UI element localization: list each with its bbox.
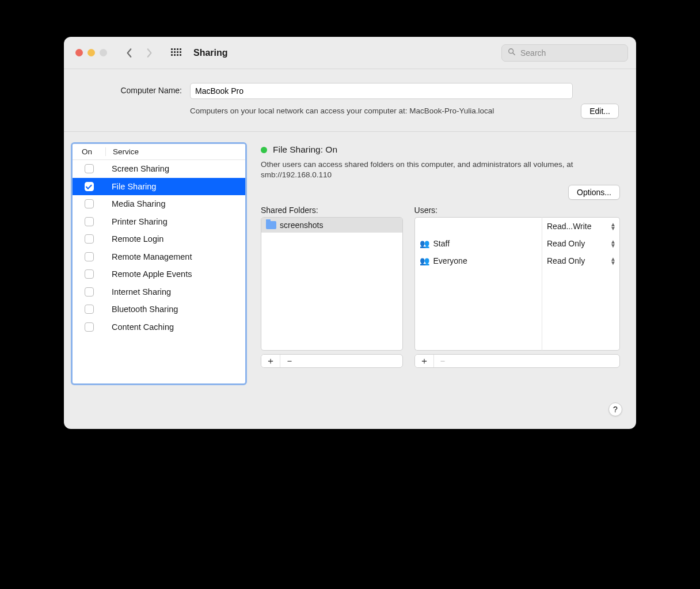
service-name: Internet Sharing — [106, 287, 171, 297]
group-icon: 👥 — [420, 256, 430, 265]
status-text: File Sharing: On — [273, 145, 337, 155]
service-checkbox[interactable] — [85, 305, 94, 314]
service-name: Remote Login — [106, 234, 163, 244]
close-window-button[interactable] — [75, 49, 83, 56]
user-row[interactable] — [415, 218, 542, 235]
service-row[interactable]: Remote Login — [73, 230, 245, 248]
users-label: Users: — [414, 206, 620, 215]
shared-folders-label: Shared Folders: — [261, 206, 403, 215]
computer-name-input[interactable] — [190, 83, 573, 99]
service-name: Content Caching — [106, 322, 174, 332]
search-input[interactable] — [520, 48, 622, 58]
user-row[interactable]: 👥Staff — [415, 235, 542, 252]
service-checkbox[interactable] — [85, 287, 94, 297]
users-list[interactable]: 👥Staff👥Everyone — [414, 217, 542, 351]
shared-folders-list[interactable]: screenshots — [261, 217, 403, 351]
add-user-button[interactable]: ＋ — [415, 355, 433, 367]
service-row[interactable]: Remote Management — [73, 248, 245, 266]
edit-hostname-button[interactable]: Edit... — [581, 104, 619, 119]
permission-value: Read Only — [547, 239, 585, 248]
service-row[interactable]: Media Sharing — [73, 195, 245, 213]
user-name: Everyone — [433, 256, 467, 265]
services-header-service: Service — [106, 147, 139, 156]
search-icon — [508, 48, 516, 58]
computer-name-section: Computer Name: Computers on your local n… — [64, 69, 636, 132]
service-row[interactable]: Content Caching — [73, 318, 245, 336]
service-name: Printer Sharing — [106, 217, 168, 226]
services-list[interactable]: On Service Screen SharingFile SharingMed… — [71, 142, 247, 385]
add-shared-folder-button[interactable]: ＋ — [261, 355, 280, 367]
service-name: Remote Management — [106, 252, 192, 261]
service-checkbox[interactable] — [85, 199, 94, 208]
permission-value: Read Only — [547, 256, 585, 265]
services-header-on: On — [73, 147, 106, 156]
permission-selector[interactable]: Read Only▲▼ — [542, 252, 619, 269]
main-content: On Service Screen SharingFile SharingMed… — [64, 132, 636, 408]
traffic-lights — [75, 49, 107, 56]
search-field[interactable] — [501, 44, 628, 62]
service-detail-pane: File Sharing: On Other users can access … — [261, 142, 620, 385]
minimize-window-button[interactable] — [88, 49, 95, 56]
chevron-up-down-icon: ▲▼ — [610, 222, 616, 230]
computer-name-label: Computer Name: — [81, 83, 182, 95]
forward-button[interactable] — [142, 48, 157, 58]
services-header: On Service — [73, 144, 245, 160]
remove-user-button[interactable]: － — [433, 355, 452, 367]
chevron-up-down-icon: ▲▼ — [610, 257, 616, 265]
permission-value: Read...Write — [547, 222, 592, 231]
service-row[interactable]: Bluetooth Sharing — [73, 301, 245, 318]
service-row[interactable]: Remote Apple Events — [73, 265, 245, 283]
service-name: Bluetooth Sharing — [106, 305, 178, 314]
service-checkbox[interactable] — [85, 269, 94, 279]
permission-selector[interactable]: Read Only▲▼ — [542, 235, 619, 252]
service-checkbox[interactable] — [85, 252, 94, 261]
remove-shared-folder-button[interactable]: － — [280, 355, 298, 367]
shared-folders-column: Shared Folders: screenshots ＋ － — [261, 206, 403, 368]
status-description: Other users can access shared folders on… — [261, 159, 612, 180]
computer-name-description: Computers on your local network can acce… — [190, 104, 573, 116]
svg-line-1 — [513, 53, 515, 55]
service-row[interactable]: Screen Sharing — [73, 160, 245, 178]
status-indicator-icon — [261, 147, 267, 153]
options-button[interactable]: Options... — [568, 185, 620, 200]
help-button[interactable]: ? — [608, 402, 622, 416]
folder-icon — [266, 221, 276, 229]
chevron-up-down-icon: ▲▼ — [610, 240, 616, 248]
service-checkbox[interactable] — [85, 322, 94, 332]
service-checkbox[interactable] — [85, 164, 94, 173]
grid-icon — [171, 48, 180, 58]
user-row[interactable]: 👥Everyone — [415, 252, 542, 269]
service-row[interactable]: Printer Sharing — [73, 213, 245, 231]
show-all-button[interactable] — [168, 45, 183, 60]
shared-folder-name: screenshots — [280, 221, 323, 230]
permissions-list[interactable]: Read...Write▲▼Read Only▲▼Read Only▲▼ — [542, 217, 620, 351]
service-name: File Sharing — [106, 182, 156, 191]
service-row[interactable]: Internet Sharing — [73, 283, 245, 301]
toolbar: Sharing — [64, 37, 636, 69]
service-row[interactable]: File Sharing — [73, 178, 245, 196]
service-checkbox[interactable] — [85, 182, 94, 191]
permission-selector[interactable]: Read...Write▲▼ — [542, 218, 619, 235]
sharing-preferences-window: Sharing Computer Name: Computers on your… — [64, 37, 636, 429]
user-name: Staff — [433, 239, 450, 248]
service-checkbox[interactable] — [85, 234, 94, 244]
users-add-remove: ＋ － — [414, 354, 620, 368]
service-checkbox[interactable] — [85, 217, 94, 226]
users-column: Users: 👥Staff👥Everyone Read...Write▲▼Rea… — [414, 206, 620, 368]
group-icon: 👥 — [420, 239, 430, 248]
maximize-window-button[interactable] — [100, 49, 107, 56]
shared-folders-add-remove: ＋ － — [261, 354, 403, 368]
window-title: Sharing — [193, 48, 228, 58]
shared-folder-row[interactable]: screenshots — [261, 218, 402, 233]
service-name: Media Sharing — [106, 199, 166, 208]
back-button[interactable] — [122, 48, 137, 58]
service-name: Remote Apple Events — [106, 269, 192, 279]
service-name: Screen Sharing — [106, 164, 169, 173]
